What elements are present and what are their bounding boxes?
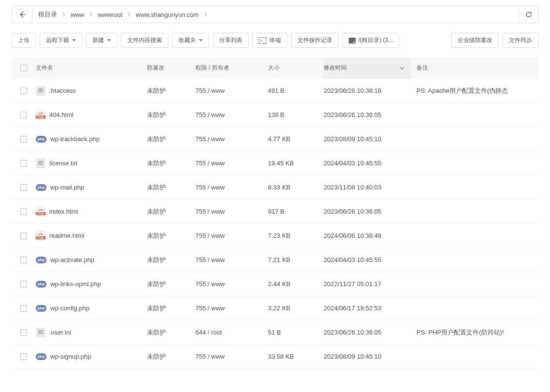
size-cell: 51 B <box>268 329 324 336</box>
perm-cell[interactable]: 755 / www <box>195 256 268 263</box>
file-table: 文件名 防篡改 权限 / 所有者 大小 修改时间 备注 .htaccess未防护… <box>12 58 538 369</box>
row-checkbox[interactable] <box>20 232 27 239</box>
file-sync-button[interactable]: 文件同步 <box>503 33 538 48</box>
file-name-cell[interactable]: license.txt <box>36 159 147 168</box>
terminal-icon <box>259 37 267 44</box>
perm-cell[interactable]: 755 / www <box>195 208 268 215</box>
perm-cell[interactable]: 755 / www <box>195 160 268 167</box>
file-name-cell[interactable]: .user.ini <box>36 328 147 337</box>
file-name-cell[interactable]: phpwp-activate.php <box>36 256 147 263</box>
file-name-cell[interactable]: phpwp-signup.php <box>36 353 147 360</box>
breadcrumb-item[interactable]: www.shangunyun.com <box>132 11 203 18</box>
table-row[interactable]: </>HTMLindex.html未防护755 / www917 B2023/0… <box>12 200 538 224</box>
row-checkbox[interactable] <box>20 136 27 143</box>
chevron-right-icon <box>61 12 67 17</box>
column-header-perm[interactable]: 权限 / 所有者 <box>195 64 268 72</box>
row-checkbox[interactable] <box>20 281 27 288</box>
php-file-icon: php <box>36 184 46 191</box>
favorites-button[interactable]: 收藏夹 <box>172 33 209 48</box>
perm-cell[interactable]: 755 / www <box>195 305 268 312</box>
refresh-button[interactable] <box>519 6 538 23</box>
table-row[interactable]: .user.ini未防护644 / root51 B2023/06/26 10:… <box>12 320 538 345</box>
back-button[interactable] <box>12 6 32 23</box>
row-checkbox[interactable] <box>20 353 27 360</box>
mtime-cell: 2024/06/06 10:38:48 <box>324 232 411 239</box>
row-checkbox[interactable] <box>20 208 27 215</box>
breadcrumb: 根目录wwwwwwrootwww.shangunyun.com <box>32 6 519 23</box>
perm-cell[interactable]: 755 / www <box>195 184 268 191</box>
upload-button[interactable]: 上传 <box>12 33 36 48</box>
row-checkbox[interactable] <box>20 257 27 263</box>
table-header: 文件名 防篡改 权限 / 所有者 大小 修改时间 备注 <box>12 58 538 79</box>
column-header-protect[interactable]: 防篡改 <box>147 64 195 72</box>
select-all-checkbox[interactable] <box>20 65 27 72</box>
mtime-cell: 2023/08/09 10:45:10 <box>324 135 411 143</box>
breadcrumb-item[interactable]: www <box>67 11 88 18</box>
disk-selector-button[interactable]: /(根目录) (3... <box>342 33 399 48</box>
perm-cell[interactable]: 755 / www <box>195 280 268 288</box>
table-row[interactable]: phpwp-config.php未防护755 / www3.22 KB2024/… <box>12 296 538 320</box>
file-name-cell[interactable]: phpwp-trackback.php <box>36 135 147 143</box>
row-checkbox[interactable] <box>20 305 27 312</box>
row-checkbox[interactable] <box>20 329 27 336</box>
table-row[interactable]: phpwp-signup.php未防护755 / www33.58 KB2023… <box>12 345 538 369</box>
table-row[interactable]: phpwp-mail.php未防护755 / www8.33 KB2023/11… <box>12 175 538 200</box>
column-header-mtime[interactable]: 修改时间 <box>324 58 411 78</box>
protect-cell: 未防护 <box>147 232 195 240</box>
mtime-cell: 2023/08/09 10:45:10 <box>324 353 411 360</box>
table-row[interactable]: phpwp-links-opml.php未防护755 / www2.44 KB2… <box>12 272 538 296</box>
breadcrumb-item[interactable]: 根目录 <box>34 10 61 19</box>
protect-cell: 未防护 <box>147 256 195 264</box>
file-name-cell[interactable]: phpwp-config.php <box>36 305 147 312</box>
perm-cell[interactable]: 755 / www <box>195 232 268 239</box>
table-row[interactable]: license.txt未防护755 / www19.45 KB2024/04/0… <box>12 151 538 175</box>
column-header-remark: 备注 <box>411 64 538 72</box>
protect-cell: 未防护 <box>147 280 195 289</box>
protect-cell: 未防护 <box>147 207 195 216</box>
file-name-cell[interactable]: phpwp-links-opml.php <box>36 280 147 288</box>
file-name-cell[interactable]: </>HTML404.html <box>36 110 147 120</box>
terminal-button[interactable]: 终端 <box>253 33 287 48</box>
remark-cell: PS: PHP用户配置文件(防跨站)! <box>411 328 538 337</box>
size-cell: 491 B <box>268 87 324 94</box>
row-checkbox[interactable] <box>20 87 27 94</box>
column-header-size[interactable]: 大小 <box>268 64 324 72</box>
perm-cell[interactable]: 755 / www <box>195 353 268 360</box>
breadcrumb-item[interactable]: wwwroot <box>94 11 126 18</box>
content-search-button[interactable]: 文件内容搜索 <box>121 33 168 48</box>
size-cell: 138 B <box>268 111 324 118</box>
share-list-button[interactable]: 分享列表 <box>213 33 249 48</box>
perm-cell[interactable]: 755 / www <box>195 87 268 94</box>
table-row[interactable]: .htaccess未防护755 / www491 B2023/06/26 10:… <box>12 79 538 103</box>
table-row[interactable]: phpwp-trackback.php未防护755 / www4.77 KB20… <box>12 127 538 151</box>
mtime-cell: 2024/04/03 10:45:55 <box>324 160 411 167</box>
php-file-icon: php <box>36 281 46 288</box>
perm-cell[interactable]: 755 / www <box>195 111 268 118</box>
protect-cell: 未防护 <box>147 87 195 95</box>
row-checkbox[interactable] <box>20 184 27 191</box>
table-row[interactable]: phpwp-activate.php未防护755 / www7.21 KB202… <box>12 248 538 272</box>
row-checkbox[interactable] <box>20 160 27 167</box>
remote-download-button[interactable]: 远程下载 <box>40 33 82 48</box>
perm-cell[interactable]: 755 / www <box>195 135 268 143</box>
row-checkbox[interactable] <box>20 112 27 118</box>
table-row[interactable]: </>HTML404.html未防护755 / www138 B2023/06/… <box>12 103 538 127</box>
table-row[interactable]: </>HTMLreadme.html未防护755 / www7.23 KB202… <box>12 224 538 248</box>
chevron-right-icon <box>88 12 94 17</box>
size-cell: 3.22 KB <box>268 305 324 312</box>
file-name-cell[interactable]: phpwp-mail.php <box>36 184 147 191</box>
new-button[interactable]: 新建 <box>86 33 117 48</box>
operation-log-button[interactable]: 文件操作记录 <box>291 33 339 48</box>
perm-cell[interactable]: 644 / root <box>195 329 268 336</box>
file-name-cell[interactable]: </>HTMLreadme.html <box>36 231 147 241</box>
php-file-icon: php <box>36 136 46 143</box>
size-cell: 917 B <box>268 208 324 215</box>
file-name-cell[interactable]: .htaccess <box>36 86 147 96</box>
mtime-cell: 2023/11/08 10:40:03 <box>324 184 411 191</box>
mtime-cell: 2023/06/26 10:38:16 <box>324 87 411 94</box>
column-header-name[interactable]: 文件名 <box>36 64 147 72</box>
enterprise-tamper-button[interactable]: 企业级防篡改 <box>451 33 499 48</box>
size-cell: 8.33 KB <box>268 184 324 191</box>
file-name-cell[interactable]: </>HTMLindex.html <box>36 207 147 217</box>
php-file-icon: php <box>36 353 46 360</box>
